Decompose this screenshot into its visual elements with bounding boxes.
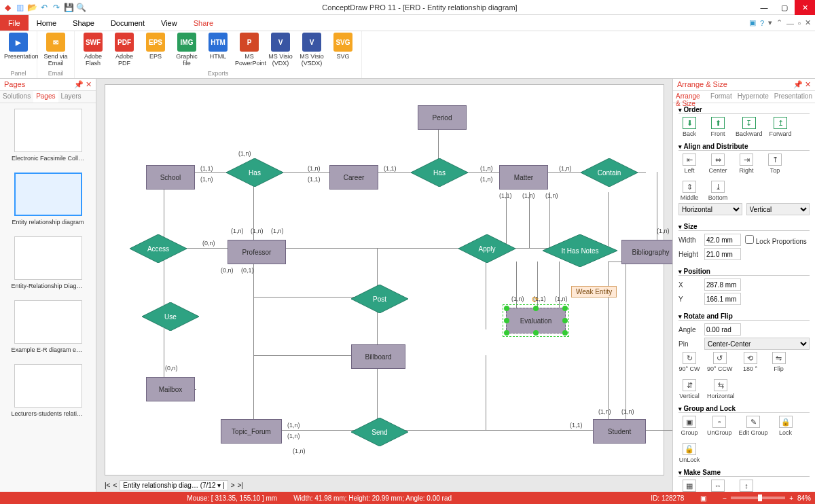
section-order[interactable]: Order (678, 106, 810, 114)
page-first-icon[interactable]: |< (105, 482, 110, 489)
flip-vertical[interactable]: ⇵Vertical (678, 379, 700, 399)
zoom-slider[interactable] (731, 497, 785, 499)
order-backward[interactable]: ↧Backward (736, 117, 763, 137)
entity-student[interactable]: Student (593, 419, 646, 444)
select-pin[interactable]: Center-Center (704, 338, 810, 350)
window-max2-icon[interactable]: ▫ (798, 19, 801, 27)
subtab-pages[interactable]: Pages (33, 91, 58, 103)
rotate-180[interactable]: ⟲180 ° (740, 352, 761, 372)
entity-bibliography[interactable]: Bibliography (621, 240, 672, 264)
open-icon[interactable]: 📂 (27, 3, 37, 12)
rotate-ccw[interactable]: ↺90° CCW (707, 352, 733, 372)
btn-ungroup[interactable]: ▫UnGroup (707, 416, 732, 436)
tab-file[interactable]: File (0, 15, 29, 31)
section-make-same[interactable]: Make Same (678, 469, 810, 477)
section-size[interactable]: Size (678, 223, 810, 231)
zoom-out-icon[interactable]: − (723, 494, 727, 502)
entity-period[interactable]: Period (418, 105, 467, 130)
cmd-visio-vdx[interactable]: VMS Visio (VDX) (266, 33, 295, 67)
same-height[interactable]: ↕Height (736, 480, 757, 492)
order-forward[interactable]: ↥Forward (769, 117, 792, 137)
tab-document[interactable]: Document (103, 15, 153, 31)
window-close2-icon[interactable]: ✕ (805, 18, 811, 27)
diagram-canvas[interactable]: Period School Career Matter Professor Bi… (105, 84, 664, 475)
cmd-html[interactable]: HTMHTML (204, 33, 232, 67)
window-restore-icon[interactable]: — (786, 19, 794, 27)
new-icon[interactable]: ▥ (15, 3, 24, 12)
cmd-eps[interactable]: EPSEPS (141, 33, 170, 67)
cmd-visio-vsdx[interactable]: VMS Visio (VSDX) (297, 33, 326, 67)
entity-topic-forum[interactable]: Topic_Forum (221, 419, 282, 444)
section-position[interactable]: Position (678, 268, 810, 276)
cmd-adobe-flash[interactable]: SWFAdobe Flash (79, 33, 107, 67)
page-thumb[interactable]: Entity-Relationship Diagr… (12, 236, 85, 289)
right-pin-icon[interactable]: 📌 ✕ (793, 80, 811, 89)
relation-apply[interactable]: Apply (458, 234, 515, 263)
entity-matter[interactable]: Matter (499, 165, 548, 190)
page-thumb[interactable]: Example E-R diagram ext… (12, 300, 85, 353)
order-back[interactable]: ⬇Back (678, 117, 700, 137)
input-x[interactable] (704, 278, 741, 291)
distribute-horizontal[interactable]: Horizontal (678, 203, 742, 215)
entity-professor[interactable]: Professor (228, 240, 286, 264)
rtab-format[interactable]: Format (708, 91, 735, 103)
ribbon-min-icon[interactable]: ⌃ (776, 18, 782, 27)
maximize-button[interactable]: ▢ (774, 0, 795, 15)
status-fit-icon[interactable]: ▣ (700, 494, 706, 502)
tab-share[interactable]: Share (185, 15, 221, 31)
page-last-icon[interactable]: >| (237, 482, 242, 489)
input-angle[interactable] (704, 323, 741, 336)
entity-evaluation[interactable]: Evaluation ⟳ (506, 308, 566, 334)
cmd-svg[interactable]: SVGSVG (329, 33, 357, 67)
entity-mailbox[interactable]: Mailbox (146, 377, 195, 401)
align-top[interactable]: ⤒Top (764, 154, 786, 174)
canvas-area[interactable]: Period School Career Matter Professor Bi… (96, 79, 672, 492)
input-y[interactable] (704, 293, 741, 305)
flip-generic[interactable]: ⇋Flip (768, 352, 790, 372)
relation-use[interactable]: Use (142, 302, 199, 331)
doc-tab[interactable]: Entity relationship diag… (7/12 ▾ | (120, 480, 228, 490)
btn-unlock[interactable]: 🔓UnLock (678, 443, 700, 463)
cmd-send-email[interactable]: ✉Send via Email (41, 33, 70, 67)
cmd-presentation[interactable]: ▶Presentation (4, 33, 33, 60)
chevron-down-icon[interactable]: ▾ (768, 18, 772, 27)
same-width[interactable]: ↔Width (707, 480, 729, 492)
btn-group[interactable]: ▣Group (678, 416, 700, 436)
close-button[interactable]: ✕ (795, 0, 815, 15)
help-icon[interactable]: ? (760, 19, 764, 27)
section-group[interactable]: Group and Lock (678, 405, 810, 413)
page-thumb[interactable]: Electronic Facsimile Coll… (12, 109, 85, 162)
redo-icon[interactable]: ↷ (52, 3, 61, 12)
store-icon[interactable]: ▣ (749, 18, 756, 27)
cmd-adobe-pdf[interactable]: PDFAdobe PDF (110, 33, 139, 67)
chk-lock-proportions[interactable] (745, 235, 754, 244)
tab-shape[interactable]: Shape (65, 15, 103, 31)
rtab-arrange[interactable]: Arrange & Size (673, 91, 708, 103)
panel-pin-icon[interactable]: 📌 ✕ (74, 80, 92, 89)
zoom-in-icon[interactable]: + (789, 494, 793, 502)
cmd-graphic[interactable]: IMGGraphic file (173, 33, 201, 67)
undo-icon[interactable]: ↶ (39, 3, 49, 12)
subtab-layers[interactable]: Layers (58, 91, 84, 103)
tab-view[interactable]: View (153, 15, 185, 31)
align-middle[interactable]: ⇕Middle (678, 181, 700, 201)
align-bottom[interactable]: ⤓Bottom (707, 181, 729, 201)
order-front[interactable]: ⬆Front (707, 117, 729, 137)
cmd-ms-ppt[interactable]: PMS PowerPoint (235, 33, 264, 67)
rotate-cw[interactable]: ↻90° CW (678, 352, 700, 372)
subtab-solutions[interactable]: Solutions (0, 91, 33, 103)
relation-has2[interactable]: Has (411, 158, 468, 187)
rtab-hypernote[interactable]: Hypernote (735, 91, 772, 103)
relation-post[interactable]: Post (351, 285, 408, 313)
same-size[interactable]: ▦Size (678, 480, 700, 492)
page-next-icon[interactable]: > (231, 482, 235, 489)
distribute-vertical[interactable]: Vertical (746, 203, 810, 215)
entity-career[interactable]: Career (329, 165, 378, 190)
btn-edit-group[interactable]: ✎Edit Group (739, 416, 768, 436)
align-center[interactable]: ⇔Center (707, 154, 729, 174)
entity-school[interactable]: School (146, 165, 195, 190)
preview-icon[interactable]: 🔍 (76, 3, 86, 12)
flip-horizontal[interactable]: ⇆Horizontal (707, 379, 735, 399)
relation-contain[interactable]: Contain (581, 158, 638, 187)
align-left[interactable]: ⇤Left (678, 154, 700, 174)
